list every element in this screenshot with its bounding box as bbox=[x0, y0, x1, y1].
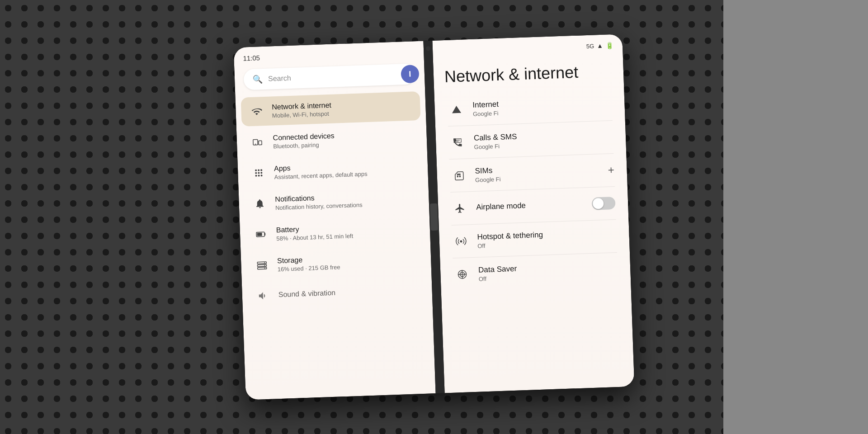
sidebar-item-notifications[interactable]: Notifications Notification history, conv… bbox=[244, 184, 424, 219]
internet-signal-icon bbox=[447, 100, 466, 118]
svg-rect-23 bbox=[457, 175, 458, 177]
sidebar-item-network[interactable]: Network & internet Mobile, Wi-Fi, hotspo… bbox=[241, 91, 421, 127]
airplane-toggle[interactable] bbox=[592, 197, 616, 210]
signal-bars-icon: ▲ bbox=[597, 42, 603, 49]
storage-text: Storage 16% used · 215 GB free bbox=[277, 252, 419, 273]
sidebar-item-storage[interactable]: Storage 16% used · 215 GB free bbox=[246, 245, 426, 280]
network-items-list: Internet Google Fi Calls & SMS bbox=[434, 87, 631, 291]
svg-point-3 bbox=[255, 170, 257, 171]
svg-rect-13 bbox=[257, 233, 262, 236]
svg-point-4 bbox=[258, 169, 259, 171]
left-screen: 11:05 🔍 Search I Network & internet bbox=[234, 41, 436, 400]
sound-text: Sound & vibration bbox=[278, 286, 420, 300]
svg-point-2 bbox=[255, 144, 256, 145]
toggle-knob bbox=[593, 198, 604, 209]
sidebar-item-apps[interactable]: Apps Assistant, recent apps, default app… bbox=[243, 153, 423, 188]
notifications-icon bbox=[251, 195, 268, 212]
page-title: Network & internet bbox=[433, 52, 624, 94]
battery-text: Battery 58% · About 13 hr, 51 min left bbox=[276, 221, 417, 242]
account-avatar[interactable]: I bbox=[401, 65, 419, 83]
search-icon: 🔍 bbox=[253, 74, 263, 85]
sims-add-button[interactable]: + bbox=[608, 164, 614, 176]
svg-point-9 bbox=[255, 175, 257, 177]
internet-item-text: Internet Google Fi bbox=[472, 96, 612, 118]
svg-point-7 bbox=[258, 172, 259, 174]
hotspot-icon bbox=[452, 232, 470, 250]
battery-icon bbox=[252, 226, 269, 243]
data-saver-text: Data Saver Off bbox=[478, 260, 618, 282]
svg-rect-15 bbox=[257, 264, 266, 267]
svg-point-8 bbox=[260, 172, 262, 174]
calls-sms-text: Calls & SMS Google Fi bbox=[474, 129, 613, 151]
svg-rect-16 bbox=[258, 267, 267, 269]
right-screen: 5G ▲ 🔋 Network & internet Internet Googl… bbox=[432, 34, 634, 393]
hinge-bar bbox=[430, 203, 438, 231]
network-item-sims[interactable]: SIMs Google Fi + bbox=[442, 153, 622, 192]
network-item-internet[interactable]: Internet Google Fi bbox=[439, 88, 619, 127]
svg-point-26 bbox=[460, 240, 462, 242]
svg-rect-25 bbox=[457, 174, 461, 175]
search-placeholder: Search bbox=[268, 74, 291, 83]
data-saver-icon bbox=[453, 265, 472, 283]
network-item-airplane[interactable]: Airplane mode bbox=[443, 186, 623, 225]
svg-marker-20 bbox=[452, 106, 461, 113]
sound-title: Sound & vibration bbox=[278, 286, 419, 299]
svg-point-6 bbox=[255, 172, 257, 174]
connected-devices-text: Connected devices Bluetooth, pairing bbox=[273, 129, 414, 150]
storage-icon bbox=[254, 257, 270, 274]
sidebar-item-connected-devices[interactable]: Connected devices Bluetooth, pairing bbox=[242, 122, 422, 157]
svg-point-17 bbox=[264, 262, 265, 263]
sidebar-item-battery[interactable]: Battery 58% · About 13 hr, 51 min left bbox=[245, 214, 425, 250]
search-bar[interactable]: 🔍 Search I bbox=[243, 63, 415, 90]
apps-icon bbox=[250, 165, 267, 181]
network-item-text: Network & internet Mobile, Wi-Fi, hotspo… bbox=[272, 98, 413, 119]
signal-text: 5G bbox=[586, 42, 594, 50]
sound-icon bbox=[255, 288, 271, 304]
notifications-text: Notifications Notification history, conv… bbox=[275, 190, 416, 211]
airplane-text: Airplane mode bbox=[476, 199, 585, 212]
network-item-hotspot[interactable]: Hotspot & tethering Off bbox=[444, 219, 624, 258]
sim-icon bbox=[449, 166, 468, 184]
svg-rect-14 bbox=[257, 262, 266, 264]
wifi-icon bbox=[248, 103, 265, 120]
svg-point-11 bbox=[260, 175, 262, 176]
time-display: 11:05 bbox=[243, 54, 260, 62]
svg-point-19 bbox=[264, 268, 265, 269]
devices-icon bbox=[249, 134, 266, 151]
sidebar-item-sound[interactable]: Sound & vibration bbox=[247, 276, 427, 311]
svg-point-10 bbox=[258, 175, 260, 176]
hotspot-text: Hotspot & tethering Off bbox=[477, 227, 617, 249]
settings-list: Network & internet Mobile, Wi-Fi, hotspo… bbox=[236, 91, 433, 311]
network-item-data-saver[interactable]: Data Saver Off bbox=[445, 252, 625, 291]
svg-point-18 bbox=[264, 265, 265, 266]
background-right bbox=[723, 0, 868, 434]
sims-text: SIMs Google Fi bbox=[475, 162, 601, 184]
network-item-calls-sms[interactable]: Calls & SMS Google Fi bbox=[441, 121, 621, 160]
svg-rect-1 bbox=[259, 141, 262, 145]
calls-sms-icon bbox=[448, 133, 467, 151]
airplane-title: Airplane mode bbox=[476, 199, 585, 212]
svg-rect-24 bbox=[459, 175, 461, 177]
apps-text: Apps Assistant, recent apps, default app… bbox=[274, 160, 415, 180]
tablet-device: 11:05 🔍 Search I Network & internet bbox=[234, 34, 635, 400]
svg-point-5 bbox=[260, 169, 262, 171]
airplane-icon bbox=[451, 199, 469, 217]
battery-status-icon: 🔋 bbox=[606, 42, 614, 49]
